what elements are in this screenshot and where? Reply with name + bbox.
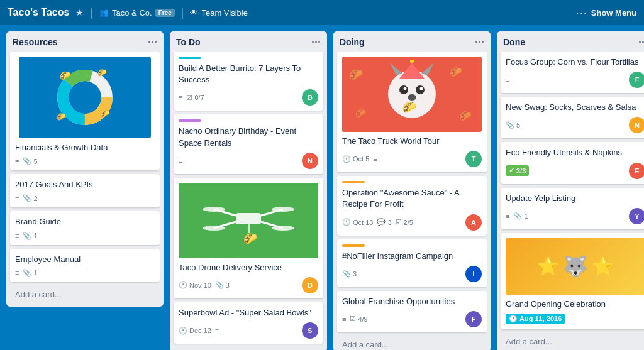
franchise-meta: ≡ ☑ 4/9	[342, 315, 368, 323]
desc-icon6: ≡	[179, 157, 182, 165]
awesome-sauce-label	[342, 181, 365, 183]
column-title-resources: Resources	[13, 37, 58, 47]
card-new-swag[interactable]: New Swag: Socks, Scarves & Salsa 📎 5 N	[501, 97, 644, 138]
card-employee[interactable]: Employee Manual ≡ 📎 1	[10, 249, 160, 282]
awesome-sauce-comments: 💬 3	[377, 218, 391, 226]
svg-text:🌮: 🌮	[101, 109, 110, 118]
donut-chart: 🌮 🌮 🌮 🌮	[53, 66, 116, 129]
attach-icon5: 📎	[215, 281, 224, 289]
check-icon2: ☑	[396, 218, 402, 226]
svg-text:🌮: 🌮	[349, 68, 364, 82]
card-nacho[interactable]: Nacho Ordinary Birthday - Event Space Re…	[174, 114, 323, 173]
add-card-resources[interactable]: Add a card...	[9, 286, 161, 303]
star2: ⭐	[592, 256, 614, 276]
eco-checklist-val: 3/3	[516, 167, 526, 175]
column-header-done: Done ···	[497, 31, 644, 52]
column-menu-resources[interactable]: ···	[148, 36, 157, 48]
board: Resources ··· 🌮 🌮 🌮 🌮 Financia	[0, 25, 644, 350]
goals-title: 2017 Goals And KPIs	[15, 179, 155, 190]
nacho-label	[179, 119, 201, 122]
svg-point-28	[416, 85, 425, 94]
card-grand-opening[interactable]: ⭐ 🐺 ⭐ Grand Opening Celebration 🕐 Aug 11…	[501, 233, 644, 329]
card-brand[interactable]: Brand Guide ≡ 📎 1	[10, 211, 160, 244]
header: Taco's Tacos ★ | 👥 Taco & Co. Free | 👁 T…	[0, 0, 644, 25]
show-menu-button[interactable]: Show Menu	[591, 8, 636, 18]
svg-point-27	[399, 85, 408, 94]
card-financials[interactable]: 🌮 🌮 🌮 🌮 Financials & Growth Data ≡ 📎 5	[10, 52, 160, 170]
burrito-title: Build A Better Burrito: 7 Layers To Succ…	[179, 63, 318, 85]
franchise-avatar: F	[465, 311, 482, 327]
superbowl-due-val: Dec 12	[189, 327, 211, 334]
nacho-avatar: N	[302, 153, 318, 169]
brand-title: Brand Guide	[15, 216, 155, 227]
header-divider2: |	[181, 6, 184, 19]
card-superbowl[interactable]: Superbowl Ad - "Super Salad Bowls" 🕐 Dec…	[174, 302, 323, 344]
eco-friendly-avatar: E	[629, 163, 644, 179]
svg-marker-26	[421, 63, 434, 75]
svg-point-31	[408, 94, 416, 101]
more-dots[interactable]: ···	[576, 6, 587, 19]
eco-friendly-footer: ✓ 3/3 E	[506, 163, 644, 179]
goals-attach-count: 2	[33, 195, 37, 202]
grand-opening-due-val: Aug 11, 2016	[519, 315, 562, 322]
org-name[interactable]: Taco & Co.	[112, 8, 152, 18]
svg-text:🌮: 🌮	[450, 66, 462, 78]
focus-group-avatar: F	[629, 72, 644, 88]
card-focus-group[interactable]: Focus Group: Corn vs. Flour Tortillas ≡ …	[501, 52, 644, 93]
clock-icon3: 🕐	[342, 155, 351, 163]
burrito-meta: ≡ ☑ 0/7	[179, 94, 204, 102]
card-instagram[interactable]: #NoFiller Instagram Campaign 📎 3 I	[337, 239, 487, 287]
column-menu-doing[interactable]: ···	[475, 36, 484, 48]
card-drone[interactable]: 🌮 Taco Drone Delivery Service 🕐 Nov 10 📎…	[174, 178, 323, 298]
focus-group-title: Focus Group: Corn vs. Flour Tortillas	[506, 57, 644, 68]
superbowl-footer: 🕐 Dec 12 ≡ S	[179, 322, 318, 339]
card-yelp[interactable]: Update Yelp Listing ≡ 📎 1 Y	[501, 188, 644, 229]
add-card-todo[interactable]: Add a card...	[172, 347, 325, 350]
drone-avatar: D	[302, 277, 318, 293]
add-card-doing[interactable]: Add a card...	[336, 336, 488, 350]
desc-icon2: ≡	[15, 195, 19, 202]
card-burrito[interactable]: Build A Better Burrito: 7 Layers To Succ…	[174, 52, 323, 111]
burrito-checklist-val: 0/7	[194, 94, 204, 101]
card-goals[interactable]: 2017 Goals And KPIs ≡ 📎 2	[10, 174, 160, 207]
svg-point-29	[404, 87, 407, 90]
grand-opening-footer: 🕐 Aug 11, 2016	[506, 314, 644, 324]
svg-text:🌮: 🌮	[459, 110, 472, 122]
svg-point-15	[203, 226, 225, 231]
add-card-done[interactable]: Add a card...	[499, 333, 644, 350]
star1: ⭐	[537, 256, 559, 276]
drone-attach: 📎 3	[215, 281, 230, 289]
column-done: Done ··· Focus Group: Corn vs. Flour Tor…	[497, 31, 644, 350]
clock-icon5: 🕐	[509, 315, 518, 323]
nacho-meta: ≡	[179, 157, 182, 165]
star-icon[interactable]: ★	[75, 8, 84, 18]
taco-truck-desc: ≡	[373, 155, 377, 163]
new-swag-title: New Swag: Socks, Scarves & Salsa	[506, 102, 644, 113]
franchise-desc: ≡	[342, 315, 346, 323]
awesome-sauce-due-val: Oct 18	[353, 219, 373, 226]
attach-icon6: 📎	[342, 270, 351, 278]
nacho-footer: ≡ N	[179, 153, 318, 169]
board-title[interactable]: Taco's Tacos	[8, 7, 69, 18]
new-swag-attach: 📎 5	[506, 121, 520, 129]
card-eco-friendly[interactable]: Eco Friendly Utensils & Napkins ✓ 3/3 E	[501, 142, 644, 183]
column-title-todo: To Do	[176, 37, 201, 47]
burrito-checklist: ☑ 0/7	[186, 94, 204, 102]
franchise-checklist-val: 4/9	[358, 315, 367, 323]
instagram-footer: 📎 3 I	[342, 266, 482, 282]
superbowl-meta: 🕐 Dec 12 ≡	[179, 327, 219, 335]
new-swag-meta: 📎 5	[506, 121, 520, 129]
card-awesome-sauce[interactable]: Operation "Awesome Sauce" - A Recipe For…	[337, 176, 487, 235]
goals-desc: ≡	[15, 195, 19, 202]
column-menu-todo[interactable]: ···	[311, 36, 321, 48]
desc-icon11: ≡	[506, 212, 509, 220]
burrito-avatar: B	[302, 89, 318, 106]
column-menu-done[interactable]: ···	[638, 36, 644, 48]
franchise-checklist: ☑ 4/9	[350, 315, 367, 323]
grand-opening-title: Grand Opening Celebration	[506, 298, 644, 310]
header-divider: |	[90, 6, 93, 19]
focus-group-desc: ≡	[506, 76, 509, 84]
superbowl-title: Superbowl Ad - "Super Salad Bowls"	[179, 307, 318, 319]
card-taco-truck[interactable]: 🌮 🌮 🌮 🌮	[337, 52, 487, 172]
card-franchise[interactable]: Global Franchise Opportunities ≡ ☑ 4/9 F	[337, 291, 487, 332]
